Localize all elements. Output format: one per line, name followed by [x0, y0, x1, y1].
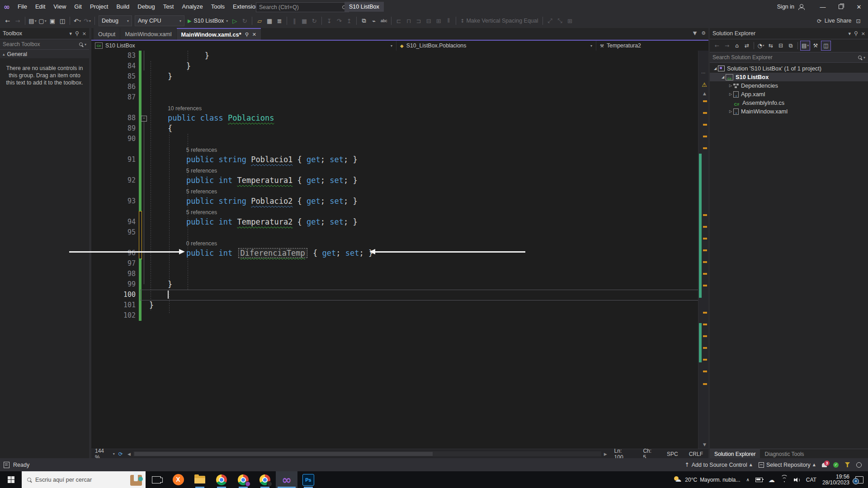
menu-item-file[interactable]: File: [14, 0, 31, 14]
code-line-102[interactable]: 102: [91, 310, 708, 321]
taskbar-search-input[interactable]: Escriu aquí per cercar: [22, 471, 146, 488]
toolbox-search-input[interactable]: Search Toolbox ▾: [0, 39, 89, 50]
battery-icon[interactable]: [755, 478, 763, 482]
show-all-files-icon[interactable]: ⧉: [786, 41, 795, 50]
tree-expander-icon[interactable]: ▷: [728, 92, 733, 96]
code-line-95[interactable]: 95: [91, 227, 708, 238]
tree-expander-icon[interactable]: ◢: [712, 66, 718, 70]
keyboard-language[interactable]: CAT: [806, 477, 816, 483]
tree-expander-icon[interactable]: ▷: [728, 109, 733, 113]
feedback-status-icon[interactable]: [856, 462, 862, 468]
toolbox-close-icon[interactable]: ×: [82, 31, 86, 37]
taskbar-app-chrome[interactable]: [211, 471, 232, 488]
taskbar-app-chrome-profile-2[interactable]: [232, 471, 254, 488]
undo-icon[interactable]: ↶▾: [73, 16, 82, 26]
menu-item-tools[interactable]: Tools: [207, 0, 229, 14]
status-spaces-mode[interactable]: SPC: [661, 451, 684, 457]
tree-item-mainwindow-xaml[interactable]: ▷MainWindow.xaml: [710, 107, 868, 116]
navigate-backward-icon[interactable]: ←: [3, 16, 12, 26]
editor-vertical-scrollbar[interactable]: ⋯ ⚠ ▲ ▼: [698, 51, 708, 449]
tab-diagnostic-tools[interactable]: Diagnostic Tools: [760, 449, 808, 459]
code-cleanup-icon[interactable]: ⌁: [369, 16, 378, 26]
tree-item-s10-listbox[interactable]: ◢S10 ListBox: [710, 73, 868, 81]
horizontal-scrollbar[interactable]: [133, 451, 601, 456]
task-view-button[interactable]: [146, 471, 167, 488]
open-file-icon[interactable]: ▢▾: [38, 16, 47, 26]
code-line-100[interactable]: 100: [91, 290, 708, 300]
terminal-window-icon[interactable]: ▦: [265, 16, 274, 26]
weather-widget[interactable]: 20°C Mayorm. nubla...: [673, 476, 740, 483]
codelens-row[interactable]: 5 references: [91, 186, 708, 196]
action-center-icon[interactable]: 4: [855, 476, 863, 483]
menu-item-analyze[interactable]: Analyze: [178, 0, 207, 14]
tab-close-icon[interactable]: ✕: [252, 32, 256, 38]
code-line-99[interactable]: 99 }: [91, 279, 708, 290]
switch-views-icon[interactable]: ⇆: [766, 41, 775, 50]
codelens-row[interactable]: 10 references: [91, 103, 708, 113]
taskbar-app-photoshop[interactable]: Ps: [297, 471, 319, 488]
pending-changes-filter-icon[interactable]: ◔▾: [756, 41, 765, 50]
code-line-88[interactable]: 88 public class Poblacions: [91, 113, 708, 123]
start-without-debugging-icon[interactable]: ▷: [230, 16, 239, 26]
codelens-row[interactable]: 0 references: [91, 238, 708, 248]
toolbox-section-general[interactable]: ▴ General: [0, 50, 89, 58]
code-line-86[interactable]: 86: [91, 82, 708, 92]
code-map-icon[interactable]: ⧉: [359, 16, 368, 26]
zoom-select[interactable]: 144 %▾: [91, 449, 118, 459]
code-line-83[interactable]: 83 }: [91, 51, 708, 61]
taskbar-app-xampp[interactable]: X: [167, 471, 189, 488]
scroll-left-icon[interactable]: ◀: [126, 452, 132, 456]
solution-platforms-dropdown[interactable]: Any CPU▾: [135, 15, 184, 26]
add-to-source-control-button[interactable]: ↑Add to Source Control▲: [684, 461, 752, 468]
code-line-94[interactable]: 94 public int Temperatura2 { get; set; }: [91, 217, 708, 227]
breadcrumb-type-dropdown[interactable]: ◆S10_ListBox.Poblacions ▾: [396, 41, 596, 51]
volume-icon[interactable]: [794, 478, 800, 482]
save-icon[interactable]: ▣: [48, 16, 57, 26]
code-line-89[interactable]: 89 {: [91, 123, 708, 134]
menu-item-edit[interactable]: Edit: [31, 0, 49, 14]
user-account-icon[interactable]: [798, 4, 805, 10]
menu-item-debug[interactable]: Debug: [133, 0, 159, 14]
tree-item-dependencies[interactable]: ▷Dependencies: [710, 81, 868, 90]
panel-pin-icon[interactable]: ⚲: [854, 30, 858, 37]
tab-solution-explorer[interactable]: Solution Explorer: [710, 449, 760, 459]
document-well-options-icon[interactable]: ⚙: [701, 30, 706, 36]
sign-in-button[interactable]: Sign in: [777, 4, 794, 10]
code-line-84[interactable]: 84 }: [91, 61, 708, 71]
scroll-right-icon[interactable]: ▶: [602, 452, 609, 456]
code-line-85[interactable]: 85 }: [91, 71, 708, 82]
taskbar-app-chrome-profile-3[interactable]: [254, 471, 276, 488]
code-line-98[interactable]: 98: [91, 269, 708, 279]
menu-item-project[interactable]: Project: [86, 0, 112, 14]
tab-pin-icon[interactable]: ⚲: [245, 32, 249, 38]
horizontal-scrollbar-thumb[interactable]: [134, 452, 433, 456]
solution-configurations-dropdown[interactable]: Debug▾: [99, 15, 132, 26]
solution-explorer-search-input[interactable]: Search Solution Explorer ▾: [710, 52, 868, 63]
code-line-92[interactable]: 92 public int Temperatura1 { get; set; }: [91, 175, 708, 186]
start-debugging-button[interactable]: ▶S10 ListBox▾: [188, 16, 228, 26]
file-nesting-icon[interactable]: ▤▾: [800, 41, 810, 51]
properties-icon[interactable]: ⚒: [811, 41, 820, 50]
navigate-backward-icon[interactable]: ←: [712, 41, 722, 50]
restore-button[interactable]: [832, 0, 850, 14]
close-button[interactable]: ✕: [850, 0, 868, 14]
tree-item-solution-s10-listbox-1-of-1-project-[interactable]: ◢Solution 'S10 ListBox' (1 of 1 project): [710, 64, 868, 73]
panel-menu-caret-icon[interactable]: ▾: [848, 31, 851, 37]
new-project-icon[interactable]: ▤▾: [28, 16, 37, 26]
tab-mainwindow-xaml-cs[interactable]: MainWindow.xaml.cs* ⚲ ✕: [177, 28, 261, 40]
clock[interactable]: 19:56 28/10/2023: [822, 474, 849, 486]
codelens-row[interactable]: 5 references: [91, 206, 708, 217]
preview-selected-items-icon[interactable]: ◫: [821, 41, 831, 51]
live-share-label[interactable]: Live Share: [825, 18, 852, 24]
start-button[interactable]: [0, 471, 22, 488]
split-editor-grip-icon[interactable]: ⋯: [700, 70, 707, 75]
network-icon[interactable]: [781, 477, 788, 482]
hidden-icons-chevron[interactable]: ∧: [746, 477, 750, 482]
menu-item-git[interactable]: Git: [70, 0, 86, 14]
live-share-icon[interactable]: ⟳: [817, 18, 821, 24]
code-line-90[interactable]: 90: [91, 134, 708, 144]
status-line-ending[interactable]: CRLF: [684, 451, 708, 457]
scroll-up-icon[interactable]: ▲: [703, 91, 706, 96]
tab-list-caret-icon[interactable]: ▼: [693, 30, 697, 36]
code-line-97[interactable]: 97: [91, 258, 708, 269]
